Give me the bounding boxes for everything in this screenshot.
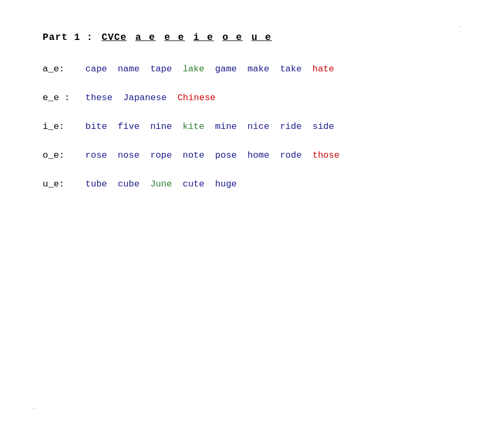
pattern-ue: u_e [251,32,271,43]
pattern-ee: e_e [164,32,185,43]
word-4-1: cube [118,179,140,189]
row-label-1: e_e : [43,93,85,103]
word-0-4: game [215,64,237,74]
word-row-4: u_e:tubecubeJunecutehuge [43,179,461,189]
word-2-2: nine [150,121,172,132]
word-1-0: these [85,93,113,103]
word-4-2: June [150,179,172,189]
word-0-1: name [118,64,140,74]
title-row: Part 1 : CVCe a_e e_e i_e o_e u_e [43,32,461,43]
word-3-5: home [247,150,269,160]
word-2-0: bite [85,121,107,132]
words-container-2: bitefiveninekiteminenicerideside [85,121,334,132]
words-container-3: rosenoseropenoteposehomerodethose [85,150,340,160]
pattern-ae: a_e [135,32,156,43]
word-4-3: cute [182,179,204,189]
page-container: · Part 1 : CVCe a_e e_e i_e o_e u_e a_e:… [0,0,504,423]
row-label-4: u_e: [43,179,85,189]
word-0-2: tape [150,64,172,74]
word-row-0: a_e:capenametapelakegamemaketakehate [43,64,461,74]
word-3-1: nose [118,150,140,160]
pattern-ie: i_e [194,32,214,43]
row-label-2: i_e: [43,121,85,132]
word-2-4: mine [215,121,237,132]
word-2-3: kite [182,121,204,132]
words-container-0: capenametapelakegamemaketakehate [85,64,334,74]
dot-top: · [458,24,461,30]
word-3-4: pose [215,150,237,160]
words-container-1: theseJapaneseChinese [85,93,215,103]
word-4-4: huge [215,179,237,189]
word-2-6: ride [280,121,302,132]
word-0-7: hate [313,64,334,74]
word-row-1: e_e :theseJapaneseChinese [43,93,461,103]
word-3-3: note [182,150,204,160]
word-3-2: rope [150,150,172,160]
word-2-5: nice [247,121,269,132]
words-container-4: tubecubeJunecutehuge [85,179,237,189]
word-row-3: o_e:rosenoseropenoteposehomerodethose [43,150,461,160]
row-label-0: a_e: [43,64,85,74]
cvce-label: CVCe [101,32,126,43]
pattern-oe: o_e [222,32,243,43]
word-row-2: i_e:bitefiveninekiteminenicerideside [43,121,461,132]
word-0-3: lake [182,64,204,74]
dot-bottom: · [32,405,36,412]
rows-container: a_e:capenametapelakegamemaketakehatee_e … [43,64,461,189]
word-3-0: rose [85,150,107,160]
word-0-0: cape [85,64,107,74]
word-3-7: those [313,150,340,160]
word-1-1: Japanese [123,93,167,103]
word-2-1: five [118,121,140,132]
word-1-2: Chinese [178,93,215,103]
word-4-0: tube [85,179,107,189]
word-0-5: make [247,64,269,74]
word-3-6: rode [280,150,302,160]
part-label: Part 1 : [43,32,93,43]
word-2-7: side [313,121,334,132]
word-0-6: take [280,64,302,74]
row-label-3: o_e: [43,150,85,160]
